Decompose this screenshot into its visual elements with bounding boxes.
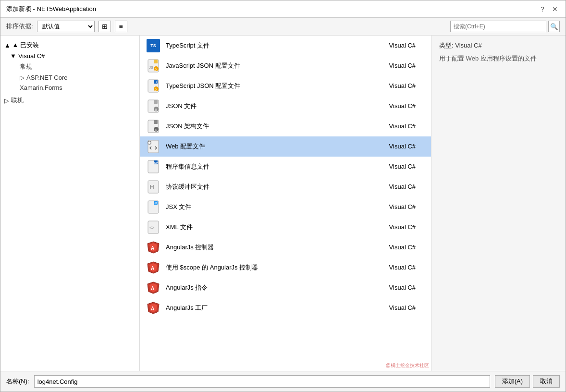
file-name: AngularJs 指令	[166, 283, 368, 292]
svg-text:JS: JS	[149, 65, 153, 70]
file-name: JavaScript JSON 配置文件	[166, 61, 368, 70]
file-category: Visual C#	[368, 143, 425, 150]
sidebar-installed-header: ▲ ▲ 已安装	[0, 39, 139, 51]
search-icon: 🔍	[550, 23, 558, 30]
sort-label: 排序依据:	[6, 22, 33, 31]
svg-rect-1	[154, 60, 158, 63]
svg-text:<>: <>	[149, 225, 155, 230]
file-icon-xml: <>	[146, 220, 161, 235]
file-category: Visual C#	[368, 203, 425, 210]
cancel-button[interactable]: 取消	[533, 375, 560, 388]
table-row[interactable]: C# 程序集信息文件 Visual C#	[140, 157, 431, 177]
svg-text:S: S	[155, 128, 157, 131]
svg-text:A: A	[151, 286, 154, 291]
name-label: 名称(N):	[6, 377, 29, 386]
file-name: 程序集信息文件	[166, 162, 368, 171]
action-buttons: 添加(A) 取消	[495, 375, 560, 388]
file-category: Visual C#	[368, 284, 425, 291]
file-name: AngularJs 工厂	[166, 304, 368, 312]
visual-csharp-label: Visual C#	[18, 52, 45, 60]
file-icon-protocol	[146, 179, 161, 195]
file-category: Visual C#	[368, 244, 425, 251]
title-bar: 添加新项 - NET5WebApplication ? ✕	[0, 0, 566, 18]
file-icon-angular: A	[146, 300, 161, 316]
view-grid-button[interactable]: ⊞	[98, 21, 111, 32]
table-row[interactable]: TS TypeScript 文件 Visual C#	[140, 36, 431, 56]
table-row[interactable]: A AngularJs 指令 Visual C#	[140, 278, 431, 298]
bottom-bar: 名称(N): 添加(A) 取消	[0, 371, 566, 392]
dialog-body: 排序依据: 默认值 名称 类型 ⊞ ≡ 🔍	[0, 18, 566, 371]
cancel-button-label: 取消	[540, 377, 553, 386]
table-row[interactable]: Web 配置文件 Visual C#	[140, 136, 431, 157]
file-icon-angular: A	[146, 260, 161, 275]
help-button[interactable]: ?	[538, 4, 547, 14]
name-input[interactable]	[34, 375, 490, 388]
svg-text:{}: {}	[155, 108, 157, 111]
sidebar-item-normal[interactable]: 常规	[0, 61, 139, 73]
title-controls: ? ✕	[538, 4, 560, 14]
sort-dropdown[interactable]: 默认值 名称 类型	[37, 21, 95, 32]
file-category: Visual C#	[368, 223, 425, 231]
info-panel: 类型: Visual C# 用于配置 Web 应用程序设置的文件	[431, 36, 566, 371]
info-type: 类型: Visual C#	[439, 41, 558, 50]
file-icon-web_config	[146, 139, 161, 154]
svg-text:A: A	[151, 306, 154, 311]
grid-icon: ⊞	[102, 23, 108, 30]
file-icon-angular: A	[146, 240, 161, 255]
sidebar-item-online[interactable]: ▷ 联机	[0, 95, 139, 106]
file-category: Visual C#	[368, 102, 425, 110]
file-name: TypeScript JSON 配置文件	[166, 82, 368, 90]
add-item-dialog: 添加新项 - NET5WebApplication ? ✕ 排序依据: 默认值 …	[0, 0, 566, 392]
table-row[interactable]: <> XML 文件 Visual C#	[140, 217, 431, 237]
search-area: 🔍	[450, 21, 560, 32]
content-area: TS TypeScript 文件 Visual C# JS{} JavaScri…	[140, 36, 431, 371]
file-icon-json_js: JS{}	[146, 58, 161, 74]
dialog-title: 添加新项 - NET5WebApplication	[6, 5, 96, 13]
file-icon-json_schema: S	[146, 119, 161, 134]
table-row[interactable]: 协议缓冲区文件 Visual C#	[140, 177, 431, 197]
online-label: 联机	[11, 96, 24, 105]
info-description: 用于配置 Web 应用程序设置的文件	[439, 54, 558, 63]
file-category: Visual C#	[368, 82, 425, 89]
file-category: Visual C#	[368, 122, 425, 130]
xamarin-label: Xamarin.Forms	[20, 84, 62, 91]
table-row[interactable]: TS{} TypeScript JSON 配置文件 Visual C#	[140, 76, 431, 96]
table-row[interactable]: A AngularJs 工厂 Visual C#	[140, 298, 431, 318]
table-row[interactable]: A 使用 $scope 的 AngularJs 控制器 Visual C#	[140, 257, 431, 278]
view-list-button[interactable]: ≡	[115, 21, 127, 32]
add-button[interactable]: 添加(A)	[495, 375, 530, 388]
add-button-label: 添加(A)	[502, 377, 523, 386]
sidebar-visual-csharp[interactable]: ▼ Visual C#	[0, 51, 139, 61]
file-name: XML 文件	[166, 223, 368, 232]
svg-text:{}: {}	[155, 68, 157, 71]
visual-csharp-arrow-icon: ▼	[10, 52, 16, 60]
aspnet-label: ASP.NET Core	[26, 74, 68, 81]
file-category: Visual C#	[368, 163, 425, 170]
file-name: 协议缓冲区文件	[166, 183, 368, 191]
svg-text:JS: JS	[154, 201, 158, 204]
file-icon-typescript: TS	[146, 38, 161, 53]
svg-text:{}: {}	[155, 88, 157, 91]
sidebar-item-aspnet[interactable]: ▷ ASP.NET Core	[0, 73, 139, 83]
main-area: ▲ ▲ 已安装 ▼ Visual C# 常规 ▷ ASP.NET Core Xa…	[0, 36, 566, 371]
table-row[interactable]: {} JSON 文件 Visual C#	[140, 96, 431, 116]
installed-label: ▲ 已安装	[12, 41, 39, 49]
sidebar-item-xamarin[interactable]: Xamarin.Forms	[0, 83, 139, 93]
table-row[interactable]: JS{} JavaScript JSON 配置文件 Visual C#	[140, 56, 431, 76]
search-button[interactable]: 🔍	[548, 21, 560, 32]
svg-text:TS: TS	[154, 80, 158, 83]
file-icon-json: {}	[146, 98, 161, 114]
online-arrow-icon: ▷	[4, 97, 9, 104]
svg-text:A: A	[151, 245, 154, 251]
table-row[interactable]: S JSON 架构文件 Visual C#	[140, 116, 431, 136]
close-button[interactable]: ✕	[550, 4, 560, 14]
file-category: Visual C#	[368, 62, 425, 69]
table-row[interactable]: JS JSX 文件 Visual C#	[140, 197, 431, 217]
file-icon-assembly: C#	[146, 159, 161, 174]
file-icon-angular: A	[146, 280, 161, 295]
table-row[interactable]: A AngularJs 控制器 Visual C#	[140, 237, 431, 257]
list-icon: ≡	[119, 23, 123, 30]
file-category: Visual C#	[368, 304, 425, 311]
sidebar: ▲ ▲ 已安装 ▼ Visual C# 常规 ▷ ASP.NET Core Xa…	[0, 36, 140, 371]
search-input[interactable]	[450, 21, 546, 32]
